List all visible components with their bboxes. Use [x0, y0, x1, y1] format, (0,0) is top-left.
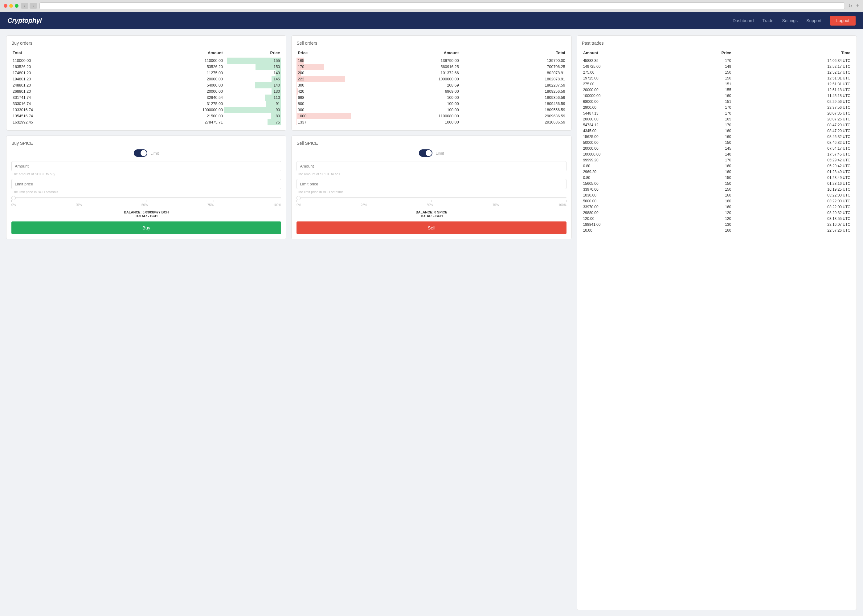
- sell-order-row[interactable]: 1337 1000.00 2910636.59: [296, 119, 566, 125]
- past-trade-row: 188841.00 130 23:16:07 UTC: [582, 222, 852, 227]
- sell-amount-cell: 139790.00: [354, 58, 460, 64]
- past-time-cell: 12:52:17 UTC: [732, 63, 852, 69]
- nav-trade[interactable]: Trade: [762, 18, 773, 23]
- buy-order-row[interactable]: 174801.20 11275.00 149: [11, 70, 281, 76]
- buy-total-cell: 174801.20: [11, 70, 118, 76]
- back-button[interactable]: ‹: [21, 3, 28, 9]
- address-bar[interactable]: [39, 2, 845, 9]
- past-price-cell: 170: [675, 104, 732, 110]
- buy-order-row[interactable]: 333016.74 31275.00 91: [11, 101, 281, 107]
- maximize-icon[interactable]: [15, 4, 19, 8]
- sell-limit-price-input[interactable]: [296, 179, 566, 189]
- sell-button[interactable]: Sell: [296, 222, 566, 234]
- buy-total-cell: 1354516.74: [11, 113, 118, 119]
- sell-amount-input[interactable]: [296, 161, 566, 171]
- past-amount-cell: 5000.00: [582, 198, 675, 204]
- past-trade-row: 50000.00 150 08:46:32 UTC: [582, 140, 852, 145]
- past-time-cell: 20:07:26 UTC: [732, 116, 852, 122]
- buy-order-row[interactable]: 1632992.45 278475.71 75: [11, 119, 281, 125]
- past-price-cell: 151: [675, 81, 732, 87]
- buy-limit-price-hint: The limit price in BCH satoshis: [11, 190, 281, 194]
- past-trade-row: 1030.00 160 03:22:00 UTC: [582, 192, 852, 198]
- buy-price-cell: 145: [224, 76, 281, 82]
- forward-button[interactable]: ›: [30, 3, 37, 9]
- nav-dashboard[interactable]: Dashboard: [732, 18, 754, 23]
- past-trade-row: 20000.00 145 07:54:17 UTC: [582, 145, 852, 151]
- nav-settings[interactable]: Settings: [782, 18, 798, 23]
- sell-order-row[interactable]: 200 101372.66 802078.91: [296, 70, 566, 76]
- sell-order-row[interactable]: 698 100.00 1809356.59: [296, 94, 566, 101]
- past-amount-cell: 50000.00: [582, 140, 675, 145]
- app: Cryptophyl Dashboard Trade Settings Supp…: [0, 12, 863, 616]
- past-trade-row: 149725.00 149 12:52:17 UTC: [582, 63, 852, 69]
- sell-limit-price-group: The limit price in BCH satoshis: [296, 179, 566, 194]
- center-column: Sell orders Price Amount Total: [291, 35, 572, 610]
- buy-order-row[interactable]: 1333016.74 1000000.00 90: [11, 107, 281, 113]
- sell-balance-info: BALANCE: 0 SPICE TOTAL: - BCH: [296, 211, 566, 218]
- past-amount-cell: 149725.00: [582, 63, 675, 69]
- logout-button[interactable]: Logout: [830, 16, 856, 25]
- buy-total: TOTAL: - BCH: [11, 214, 281, 218]
- past-trade-row: 275.00 151 12:51:31 UTC: [582, 81, 852, 87]
- minimize-icon[interactable]: [9, 4, 13, 8]
- past-amount-cell: 68000.00: [582, 99, 675, 104]
- sell-price-cell: 170: [296, 64, 354, 70]
- past-time-cell: 03:22:00 UTC: [732, 192, 852, 198]
- sell-order-row[interactable]: 420 6969.00 1809256.59: [296, 88, 566, 94]
- past-price-cell: 150: [675, 174, 732, 181]
- past-amount-cell: 54487.13: [582, 110, 675, 116]
- past-trade-row: 20000.00 165 20:07:26 UTC: [582, 116, 852, 122]
- past-price-cell: 145: [675, 145, 732, 151]
- buy-order-row[interactable]: 248801.20 54000.00 140: [11, 82, 281, 88]
- past-time-cell: 01:23:16 UTC: [732, 181, 852, 186]
- buy-order-row[interactable]: 163526.20 53526.20 150: [11, 64, 281, 70]
- sell-amount-cell: 560916.25: [354, 64, 460, 70]
- sell-total-cell: 1809356.59: [460, 94, 567, 101]
- sell-order-row[interactable]: 165 139790.00 139790.00: [296, 58, 566, 64]
- sell-order-row[interactable]: 800 100.00 1809456.59: [296, 101, 566, 107]
- sell-order-row[interactable]: 170 560916.25 700706.25: [296, 64, 566, 70]
- past-time-cell: 16:19:25 UTC: [732, 186, 852, 192]
- buy-order-row[interactable]: 194801.20 20000.00 145: [11, 76, 281, 82]
- buy-slider-thumb[interactable]: [11, 196, 16, 200]
- buy-tick-25: [79, 200, 79, 202]
- buy-col-total: Total: [11, 49, 118, 58]
- buy-limit-price-input[interactable]: [11, 179, 281, 189]
- buy-amount-group: The amount of SPICE to buy: [11, 161, 281, 176]
- buy-amount-input[interactable]: [11, 161, 281, 171]
- past-time-cell: 07:54:17 UTC: [732, 145, 852, 151]
- sell-order-row[interactable]: 900 100.00 1809556.59: [296, 107, 566, 113]
- sell-amount-cell: 6969.00: [354, 88, 460, 94]
- buy-total-cell: 268801.20: [11, 88, 118, 94]
- sell-order-row[interactable]: 1000 1100080.00 2909636.59: [296, 113, 566, 119]
- sell-total-cell: 1809456.59: [460, 101, 567, 107]
- buy-slider-track: [11, 197, 281, 198]
- buy-order-row[interactable]: 110000.00 110000.00 155: [11, 58, 281, 64]
- buy-limit-toggle[interactable]: [134, 149, 147, 157]
- sell-tick-25: [364, 200, 364, 202]
- sell-amount-cell: 1100080.00: [354, 113, 460, 119]
- past-trade-row: 2969.20 160 01:23:49 UTC: [582, 169, 852, 174]
- sell-total-cell: 2909636.59: [460, 113, 567, 119]
- sell-limit-toggle[interactable]: [419, 149, 432, 157]
- new-tab-button[interactable]: +: [856, 3, 859, 9]
- sell-order-row[interactable]: 300 208.69 1802287.59: [296, 82, 566, 88]
- sell-order-row[interactable]: 222 1000000.00 1802078.91: [296, 76, 566, 82]
- sell-slider-thumb[interactable]: [296, 196, 301, 200]
- past-time-cell: 14:06:34 UTC: [732, 58, 852, 63]
- past-price-cell: 120: [675, 215, 732, 222]
- reload-button[interactable]: ↻: [849, 3, 852, 8]
- close-icon[interactable]: [4, 4, 7, 8]
- nav-support[interactable]: Support: [806, 18, 821, 23]
- buy-order-row[interactable]: 268801.20 20000.00 130: [11, 88, 281, 94]
- sell-col-total: Total: [460, 49, 567, 58]
- buy-button[interactable]: Buy: [11, 222, 281, 234]
- sell-price-cell: 165: [296, 58, 354, 64]
- past-trade-row: 19725.00 150 12:51:31 UTC: [582, 75, 852, 81]
- buy-order-row[interactable]: 301741.74 32940.54 110: [11, 94, 281, 101]
- sell-total-cell: 1802287.59: [460, 82, 567, 88]
- buy-order-row[interactable]: 1354516.74 21500.00 80: [11, 113, 281, 119]
- past-col-amount: Amount: [582, 49, 675, 58]
- past-time-cell: 12:51:31 UTC: [732, 81, 852, 87]
- buy-orders-table: Total Amount Price 110000.00 110000.00 1…: [11, 49, 281, 125]
